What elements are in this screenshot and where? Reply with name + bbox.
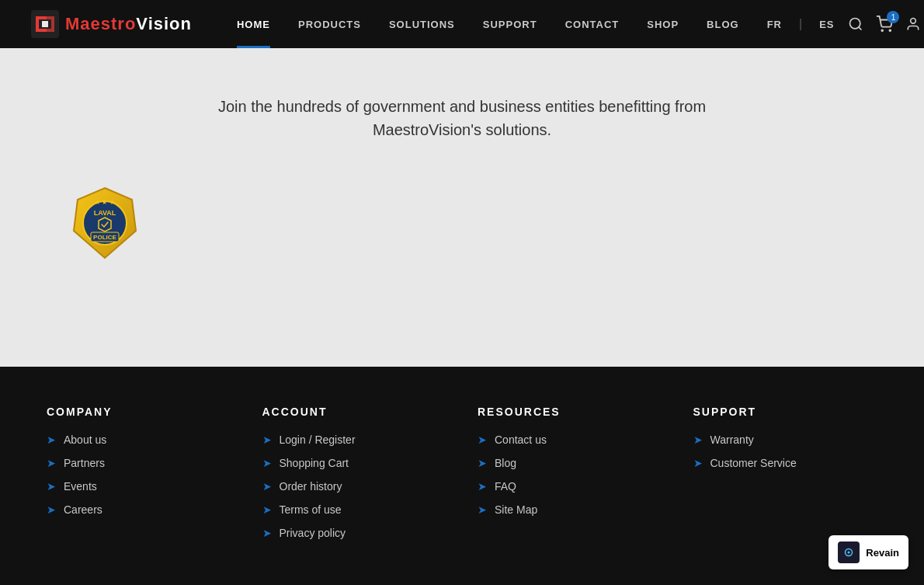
police-badge: LAVAL POLICE ★ ★ ★ (62, 180, 148, 266)
list-item: ➤ Customer Service (693, 457, 878, 469)
footer-resources-title: RESOURCES (478, 406, 662, 418)
list-item: ➤ Shopping Cart (262, 457, 447, 469)
list-item: ➤ FAQ (478, 480, 662, 493)
list-item: ➤ Blog (478, 457, 662, 469)
revain-logo-icon (842, 545, 856, 559)
cart-button[interactable]: 1 (876, 16, 893, 33)
nav-link-fr[interactable]: FR (753, 0, 796, 48)
footer-company: COMPANY ➤ About us ➤ Partners ➤ Events ➤… (47, 406, 231, 550)
nav-link-blog[interactable]: BLOG (693, 0, 753, 48)
list-item: ➤ Events (47, 480, 231, 493)
footer-resources: RESOURCES ➤ Contact us ➤ Blog ➤ FAQ ➤ Si… (478, 406, 662, 550)
logo-icon (31, 10, 59, 38)
svg-point-6 (882, 30, 884, 31)
svg-text:LAVAL: LAVAL (94, 209, 116, 217)
nav-actions: 1 (848, 16, 921, 33)
arrow-icon: ➤ (262, 527, 272, 539)
nav-link-es[interactable]: ES (805, 0, 848, 48)
list-item: ➤ Login / Register (262, 434, 447, 446)
search-icon (848, 16, 863, 32)
list-item: ➤ Partners (47, 457, 231, 469)
arrow-icon: ➤ (478, 434, 487, 446)
footer-link-sitemap[interactable]: Site Map (495, 503, 537, 516)
arrow-icon: ➤ (262, 434, 272, 446)
arrow-icon: ➤ (47, 480, 56, 493)
laval-police-badge-svg: LAVAL POLICE ★ ★ ★ (66, 184, 144, 262)
footer-link-privacy[interactable]: Privacy policy (280, 527, 346, 539)
arrow-icon: ➤ (262, 503, 272, 516)
list-item: ➤ Terms of use (262, 503, 447, 516)
footer-support: SUPPORT ➤ Warranty ➤ Customer Service (693, 406, 878, 550)
nav-link-home[interactable]: HOME (223, 0, 284, 48)
svg-point-8 (911, 19, 916, 24)
footer-support-title: SUPPORT (693, 406, 878, 418)
footer-link-events[interactable]: Events (64, 480, 97, 493)
user-button[interactable] (905, 16, 921, 32)
footer-link-customer-service[interactable]: Customer Service (710, 457, 797, 469)
logo-text: MaestroVision (65, 14, 192, 34)
footer-link-partners[interactable]: Partners (64, 457, 105, 469)
nav-link-products[interactable]: PRODUCTS (284, 0, 375, 48)
arrow-icon: ➤ (478, 480, 487, 493)
svg-text:POLICE: POLICE (93, 234, 116, 241)
footer: COMPANY ➤ About us ➤ Partners ➤ Events ➤… (0, 367, 924, 585)
nav-link-support[interactable]: SUPPORT (469, 0, 551, 48)
footer-link-about[interactable]: About us (64, 434, 106, 446)
list-item: ➤ Careers (47, 503, 231, 516)
footer-company-title: COMPANY (47, 406, 231, 418)
svg-rect-3 (42, 21, 48, 27)
list-item: ➤ Contact us (478, 434, 662, 446)
hero-logos: LAVAL POLICE ★ ★ ★ (31, 180, 893, 266)
user-icon (905, 16, 921, 32)
nav-links: HOME PRODUCTS SOLUTIONS SUPPORT CONTACT … (223, 0, 848, 48)
footer-link-terms[interactable]: Terms of use (280, 503, 342, 516)
svg-point-16 (848, 552, 850, 554)
footer-link-warranty[interactable]: Warranty (710, 434, 754, 446)
arrow-icon: ➤ (693, 434, 703, 446)
list-item: ➤ About us (47, 434, 231, 446)
footer-link-contact[interactable]: Contact us (495, 434, 547, 446)
arrow-icon: ➤ (47, 457, 56, 469)
nav-link-solutions[interactable]: SOLUTIONS (375, 0, 469, 48)
arrow-icon: ➤ (478, 457, 487, 469)
footer-link-cart[interactable]: Shopping Cart (280, 457, 349, 469)
lang-divider: | (796, 17, 805, 31)
arrow-icon: ➤ (262, 457, 272, 469)
footer-link-careers[interactable]: Careers (64, 503, 102, 516)
navigation: MaestroVision HOME PRODUCTS SOLUTIONS SU… (0, 0, 924, 48)
search-button[interactable] (848, 16, 863, 32)
hero-section: Join the hundreds of government and busi… (0, 48, 924, 367)
nav-link-contact[interactable]: CONTACT (551, 0, 634, 48)
list-item: ➤ Privacy policy (262, 527, 447, 539)
list-item: ➤ Site Map (478, 503, 662, 516)
list-item: ➤ Order history (262, 480, 447, 493)
footer-grid: COMPANY ➤ About us ➤ Partners ➤ Events ➤… (47, 406, 877, 550)
footer-link-login[interactable]: Login / Register (280, 434, 356, 446)
revain-icon (838, 541, 860, 563)
footer-link-faq[interactable]: FAQ (495, 480, 516, 493)
arrow-icon: ➤ (47, 434, 56, 446)
svg-point-7 (890, 30, 891, 31)
footer-link-order-history[interactable]: Order history (280, 480, 342, 493)
svg-point-4 (850, 19, 860, 29)
svg-line-5 (859, 27, 862, 30)
cart-count: 1 (887, 11, 899, 23)
footer-link-blog[interactable]: Blog (495, 457, 516, 469)
svg-text:★ ★ ★: ★ ★ ★ (95, 199, 114, 206)
arrow-icon: ➤ (47, 503, 56, 516)
footer-account: ACCOUNT ➤ Login / Register ➤ Shopping Ca… (262, 406, 447, 550)
revain-label: Revain (866, 547, 899, 559)
logo[interactable]: MaestroVision (31, 10, 192, 38)
arrow-icon: ➤ (693, 457, 703, 469)
footer-account-title: ACCOUNT (262, 406, 447, 418)
list-item: ➤ Warranty (693, 434, 878, 446)
hero-subtitle: Join the hundreds of government and busi… (167, 95, 757, 141)
arrow-icon: ➤ (262, 480, 272, 493)
revain-widget[interactable]: Revain (828, 535, 908, 569)
arrow-icon: ➤ (478, 503, 487, 516)
nav-link-shop[interactable]: SHOP (633, 0, 693, 48)
